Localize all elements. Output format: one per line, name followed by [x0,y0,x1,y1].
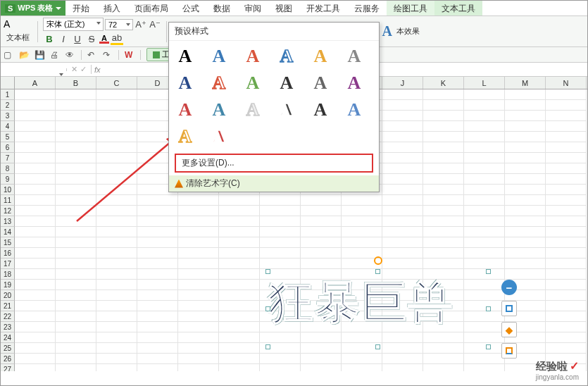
cell[interactable] [137,216,178,227]
resize-handle[interactable] [375,344,380,349]
cell[interactable] [546,237,587,248]
cell[interactable] [219,227,260,237]
cell[interactable] [137,332,178,343]
style-preset[interactable]: A [310,100,331,120]
tab-draw-tools[interactable]: 绘图工具 [387,1,434,15]
style-preset[interactable]: A [208,127,230,147]
row-head[interactable]: 6 [1,142,15,153]
cell[interactable] [178,195,219,206]
cell[interactable] [505,121,546,132]
cell[interactable] [56,269,96,280]
cell[interactable] [301,248,342,259]
bold-icon[interactable]: B [43,32,56,45]
cell[interactable] [464,248,505,259]
cell[interactable] [219,332,260,343]
row-head[interactable]: 10 [1,185,15,195]
cell[interactable] [96,237,137,248]
tab-layout[interactable]: 页面布局 [127,1,175,15]
cell[interactable] [15,343,56,354]
style-preset[interactable]: A [175,46,196,66]
cell[interactable] [464,195,505,206]
italic-icon[interactable]: I [57,32,70,45]
cell[interactable] [546,195,587,206]
cell[interactable] [423,121,464,132]
tab-start[interactable]: 开始 [65,1,96,15]
cell[interactable] [464,216,505,227]
cell[interactable] [96,290,137,301]
cell[interactable] [423,248,464,259]
cell[interactable] [505,206,546,216]
cell[interactable] [301,227,342,237]
cell[interactable] [56,301,96,311]
cell[interactable] [546,174,587,185]
style-preset[interactable]: A [208,100,230,120]
cell[interactable] [464,259,505,269]
undo-icon[interactable]: ↶ [87,50,97,60]
cell[interactable] [178,311,219,322]
cell[interactable] [382,237,423,248]
tab-dev[interactable]: 开发工具 [299,1,347,15]
cell[interactable] [260,248,301,259]
cell[interactable] [505,111,546,121]
cell[interactable] [178,343,219,354]
wordart-object[interactable]: 狂暴巨兽 [268,272,488,347]
cell[interactable] [505,185,546,195]
cell[interactable] [56,163,96,174]
style-preset[interactable]: A [344,46,365,66]
tab-view[interactable]: 视图 [268,1,299,15]
cell[interactable] [546,332,587,343]
underline-icon[interactable]: U [71,32,84,45]
cell[interactable] [96,111,137,121]
cell[interactable] [15,364,56,371]
row-head[interactable]: 12 [1,206,15,216]
cell[interactable] [342,227,382,237]
collapse-button[interactable]: − [501,280,517,295]
cell[interactable] [178,259,219,269]
cell[interactable] [219,343,260,354]
cell[interactable] [15,89,56,100]
row-head[interactable]: 26 [1,354,15,364]
row-head[interactable]: 13 [1,216,15,227]
cell[interactable] [546,280,587,290]
cell[interactable] [464,163,505,174]
style-preset[interactable]: A [208,73,230,93]
cell[interactable] [546,343,587,354]
style-preset[interactable]: A [310,46,331,66]
cell[interactable] [219,354,260,364]
cell[interactable] [56,354,96,364]
size-select[interactable]: 72 [105,19,133,30]
cell[interactable] [423,259,464,269]
style-preset[interactable]: A [310,73,331,93]
cell[interactable] [382,227,423,237]
open-icon[interactable]: 📂 [19,50,29,60]
app-logo[interactable]: SWPS 表格 [1,1,65,15]
cell[interactable] [56,185,96,195]
cell[interactable] [505,259,546,269]
cell[interactable] [423,195,464,206]
cell[interactable] [15,100,56,111]
cell[interactable] [546,153,587,163]
cell[interactable] [56,100,96,111]
rotate-handle[interactable] [374,256,382,265]
cell[interactable] [423,153,464,163]
cell[interactable] [15,185,56,195]
cell[interactable] [56,195,96,206]
row-head[interactable]: 8 [1,163,15,174]
cancel-icon[interactable]: ✕ [71,65,77,74]
cell[interactable] [15,269,56,280]
cell[interactable] [178,354,219,364]
fill-button[interactable] [501,301,517,316]
cell[interactable] [56,259,96,269]
cell[interactable] [137,237,178,248]
cell[interactable] [15,206,56,216]
col-head[interactable]: A [15,77,56,89]
cell[interactable] [219,206,260,216]
col-head[interactable]: N [546,77,587,89]
cell[interactable] [15,248,56,259]
cell[interactable] [96,195,137,206]
cell[interactable] [423,354,464,364]
clear-wordart-item[interactable]: 清除艺术字(C) [169,175,379,192]
cell[interactable] [137,364,178,371]
cell[interactable] [56,216,96,227]
cell[interactable] [546,132,587,142]
